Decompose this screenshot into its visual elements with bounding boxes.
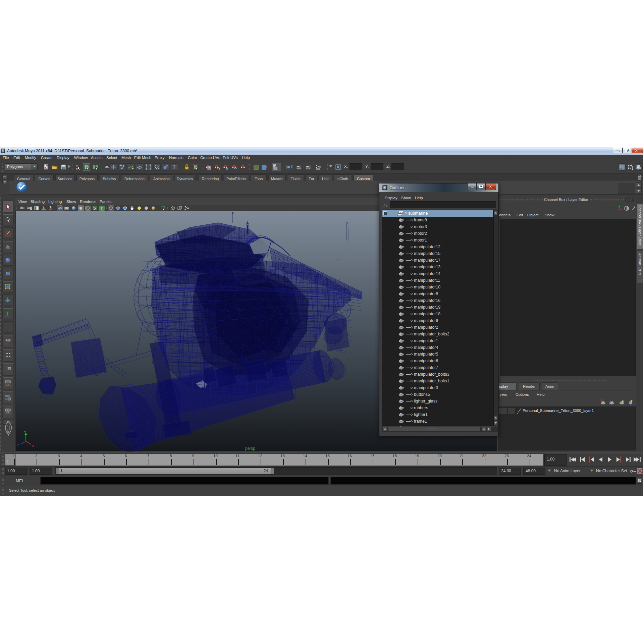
svg-text:IPR: IPR [307, 168, 310, 170]
svg-text:z: z [17, 443, 19, 447]
svg-text:y: y [24, 429, 26, 433]
svg-text:x: x [32, 443, 34, 447]
svg-text:persp: persp [245, 446, 255, 451]
svg-text:T: T [101, 206, 103, 210]
svg-text:?: ? [173, 164, 176, 170]
